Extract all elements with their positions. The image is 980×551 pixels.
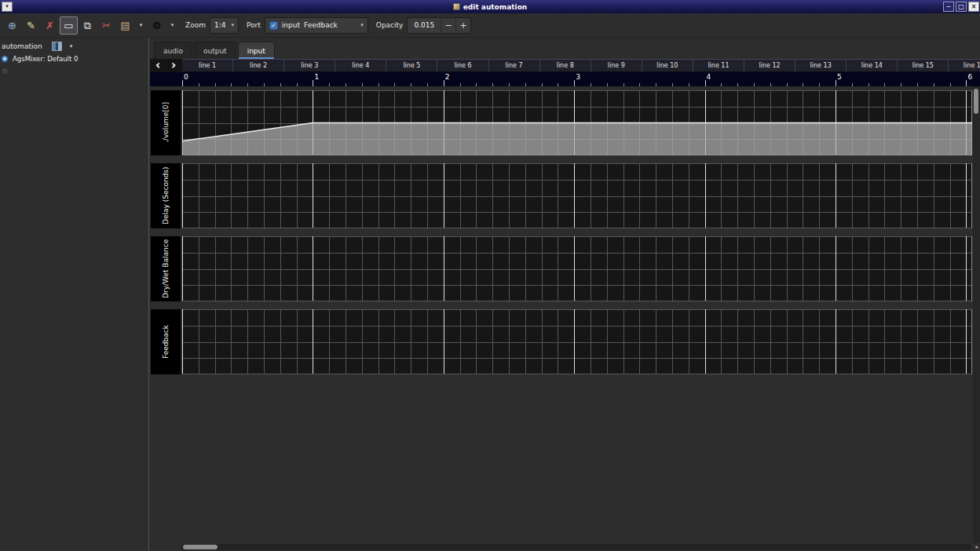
lane-label: Feedback	[151, 309, 181, 374]
horizontal-scroll-thumb[interactable]	[183, 545, 218, 549]
clipboard-icon: ▤	[120, 20, 130, 31]
port-scope: input	[282, 21, 300, 29]
copy-button[interactable]: ⧉	[79, 16, 97, 35]
line-column-header: line 16	[949, 59, 980, 72]
scroll-right-button[interactable]: ›	[166, 59, 181, 72]
paste-button[interactable]: ▤	[116, 16, 134, 35]
toolbar: ⊕✎✗▭⧉✂▤ ▾ ⚙ ▾ Zoom 1:4 ▾ Port ✓ input Fe…	[0, 13, 980, 38]
chevron-down-icon: ▾	[360, 22, 364, 28]
lane-label: Delay (Seconds)	[151, 163, 181, 228]
selection-icon: ▭	[64, 20, 73, 31]
ruler-unit-label: 6	[967, 73, 972, 81]
chevron-down-icon: ▾	[231, 22, 234, 28]
line-column-header: line 12	[744, 59, 795, 72]
select-tool-button[interactable]: ▭	[60, 16, 78, 35]
ruler-unit-label: 3	[576, 73, 580, 81]
automation-lane: ./volume[0]	[150, 90, 980, 155]
line-column-header: line 13	[795, 59, 847, 72]
ruler-major-ticks	[182, 80, 980, 86]
copy-icon: ⧉	[84, 20, 91, 31]
port-combo[interactable]: ✓ input Feedback ▾	[265, 17, 368, 34]
automation-grid[interactable]	[182, 236, 972, 301]
tab-audio[interactable]: audio	[154, 42, 192, 59]
ruler-unit-label: 5	[837, 73, 842, 81]
line-column-header: line 2	[233, 59, 284, 72]
gear-icon: ⚙	[152, 20, 162, 31]
automation-grid[interactable]	[182, 90, 972, 155]
opacity-spinbutton: 0.015 − +	[407, 17, 471, 34]
automation-grid[interactable]	[182, 163, 972, 228]
position-tool-button[interactable]: ⊕	[3, 16, 21, 35]
line-column-header: line 1	[182, 59, 233, 72]
paste-menu-button[interactable]: ▾	[136, 16, 146, 35]
opacity-decrement-button[interactable]: −	[441, 18, 455, 33]
edit-tool-button[interactable]: ✎	[22, 16, 40, 35]
ruler-unit-label: 0	[184, 73, 188, 81]
line-column-header: line 3	[284, 59, 335, 72]
zoom-value: 1:4	[214, 21, 225, 29]
automation-label: automation	[2, 42, 42, 50]
line-column-header: line 11	[693, 59, 744, 72]
radio-button[interactable]	[1, 55, 9, 63]
line-column-header: line 4	[335, 59, 386, 72]
tool-menu-button[interactable]: ▾	[167, 16, 177, 35]
lane-label: ./volume[0]	[151, 90, 181, 155]
line-column-header: line 6	[437, 59, 488, 72]
automation-header: automation ▾	[0, 38, 148, 53]
titlebar: ▾ edit automation ─ □ ×	[0, 0, 980, 13]
app-icon	[453, 3, 460, 10]
machine-radio-row	[0, 65, 148, 78]
opacity-value[interactable]: 0.015	[408, 21, 441, 29]
line-column-header: line 8	[540, 59, 591, 72]
zoom-combo[interactable]: 1:4 ▾	[210, 17, 239, 34]
line-column-header: line 5	[386, 59, 437, 72]
position-cursor-icon: ⊕	[8, 20, 16, 31]
line-columns: line 1line 2line 3line 4line 5line 6line…	[182, 59, 980, 72]
line-column-header: line 15	[898, 59, 949, 72]
port-name: Feedback	[304, 21, 355, 29]
automation-lane: Delay (Seconds)	[150, 163, 980, 228]
line-column-header: line 14	[847, 59, 898, 72]
automation-grid[interactable]	[182, 309, 972, 374]
port-label: Port	[247, 21, 261, 29]
automation-editor: audiooutputinput ‹ › line 1line 2line 3l…	[150, 38, 980, 551]
opacity-increment-button[interactable]: +	[455, 18, 470, 33]
clear-tool-button[interactable]: ✗	[41, 16, 59, 35]
scroll-left-button[interactable]: ‹	[150, 59, 166, 72]
minimize-button[interactable]: ─	[943, 2, 954, 12]
horizontal-scrollbar[interactable]	[181, 544, 971, 550]
radio-button[interactable]	[1, 68, 9, 75]
ruler-unit-label: 4	[707, 73, 711, 81]
line-header: ‹ › line 1line 2line 3line 4line 5line 6…	[150, 59, 980, 72]
pencil-icon: ✎	[27, 20, 35, 31]
tool-button-group: ⊕✎✗▭⧉✂▤	[3, 16, 134, 35]
machine-menu-button[interactable]: ▾	[68, 43, 75, 49]
machine-icon	[52, 42, 62, 51]
machine-sidebar: automation ▾ AgsMixer: Default 0	[0, 38, 149, 551]
window-title: edit automation	[463, 3, 527, 11]
machine-radio-row: AgsMixer: Default 0	[0, 53, 148, 65]
vertical-scrollbar[interactable]	[973, 86, 980, 543]
tab-output[interactable]: output	[194, 42, 236, 59]
scroll-arrow-right-icon[interactable]: ▸	[975, 544, 978, 550]
scissors-icon: ✂	[102, 20, 111, 31]
tab-input[interactable]: input	[238, 42, 275, 59]
line-column-header: line 10	[642, 59, 693, 72]
opacity-label: Opacity	[376, 21, 404, 29]
window-controls: ─ □ ×	[943, 2, 979, 12]
maximize-button[interactable]: □	[956, 2, 967, 12]
vertical-scroll-thumb[interactable]	[974, 89, 978, 114]
ruler-scale: 0123456	[182, 72, 980, 86]
ruler-unit-label: 2	[445, 73, 450, 81]
machine-label: AgsMixer: Default 0	[13, 55, 78, 63]
line-column-header: line 7	[489, 59, 540, 72]
ruler-unit-label: 1	[314, 73, 319, 81]
machine-list: AgsMixer: Default 0	[0, 53, 148, 78]
automation-lane: Feedback	[150, 309, 980, 374]
cut-button[interactable]: ✂	[97, 16, 115, 35]
ruler: 0123456	[150, 72, 980, 86]
automation-lane: Dry/Wet Balance	[150, 236, 980, 301]
close-button[interactable]: ×	[968, 2, 979, 12]
port-checkbox[interactable]: ✓	[269, 21, 278, 30]
tool-popup-button[interactable]: ⚙	[148, 16, 166, 35]
